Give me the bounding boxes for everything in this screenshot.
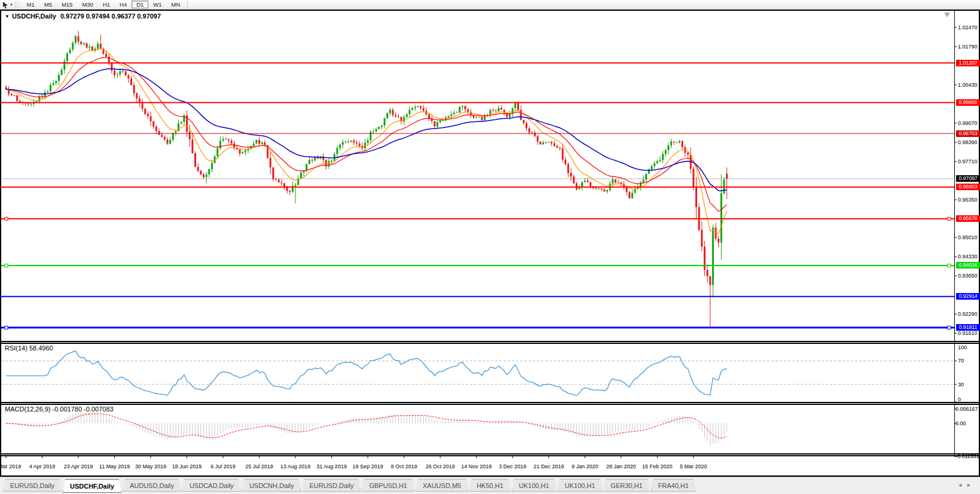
current-price-badge: 0.97097 xyxy=(956,175,980,182)
price-level-badge-0.94016: 0.94016 xyxy=(956,262,980,269)
chart-symbol-label: USDCHF,Daily xyxy=(12,13,56,20)
price-tick: 0.98390 xyxy=(958,139,978,145)
timeframe-button-W1[interactable]: W1 xyxy=(148,1,166,8)
chart-tab-bar: EURUSD,DailyUSDCHF,DailyAUDUSD,DailyUSDC… xyxy=(0,477,980,494)
cursor-arrow-icon xyxy=(2,1,10,9)
price-tick: 1.00430 xyxy=(958,82,978,88)
timeframe-button-MN[interactable]: MN xyxy=(167,1,185,8)
timeframe-button-H1[interactable]: H1 xyxy=(98,1,115,8)
date-label: 13 Aug 2019 xyxy=(276,463,315,469)
price-tick: 0.92290 xyxy=(958,311,978,317)
date-label: 21 Dec 2019 xyxy=(530,463,568,469)
price-tick: 0.93650 xyxy=(958,273,978,279)
hline-handle[interactable] xyxy=(5,217,8,220)
rsi-indicator-label: RSI(14) 58.4960 xyxy=(5,344,53,352)
rsi-tick: 100 xyxy=(958,344,967,350)
date-label: 18 Jun 2019 xyxy=(168,463,206,469)
date-label: 30 May 2019 xyxy=(132,463,170,469)
price-level-badge-0.92914: 0.92914 xyxy=(956,293,980,300)
date-label: 25 Jul 2019 xyxy=(240,463,279,469)
timeframe-button-M1[interactable]: M1 xyxy=(22,1,39,8)
tab-xauusd-m5[interactable]: XAUUSD,M5 xyxy=(416,479,468,492)
hline-handle[interactable] xyxy=(948,217,951,220)
tab-uk100-h1[interactable]: UK100,H1 xyxy=(558,479,603,492)
tab-audusd-daily[interactable]: AUDUSD,Daily xyxy=(123,479,181,492)
timeframe-button-M15[interactable]: M15 xyxy=(57,1,77,8)
price-tick: 0.97710 xyxy=(958,158,978,164)
price-level-badge-0.91811: 0.91811 xyxy=(956,324,980,331)
hline-handle[interactable] xyxy=(948,326,951,329)
tab-usdcnh-daily[interactable]: USDCNH,Daily xyxy=(242,479,301,492)
price-level-badge-1.01207: 1.01207 xyxy=(956,60,980,66)
tab-usdcad-daily[interactable]: USDCAD,Daily xyxy=(182,479,241,492)
tab-uk100-h1[interactable]: UK100,H1 xyxy=(512,479,557,492)
timeframe-button-M5[interactable]: M5 xyxy=(39,1,57,8)
symbol-collapse-icon[interactable]: ▼ xyxy=(5,14,10,19)
date-label: 6 Jul 2019 xyxy=(204,463,242,469)
macd-indicator-label: MACD(12,26,9) -0.001780 -0.007083 xyxy=(5,405,114,413)
tab-gbpusd-h1[interactable]: GBPUSD,H1 xyxy=(362,479,414,492)
tab-usdchf-daily[interactable]: USDCHF,Daily xyxy=(63,479,121,493)
hline-handle[interactable] xyxy=(948,264,951,267)
price-level-badge-0.99800: 0.99800 xyxy=(956,99,980,106)
date-label: 26 Oct 2019 xyxy=(421,463,459,469)
hline-handle[interactable] xyxy=(5,326,8,329)
date-label: 23 Apr 2019 xyxy=(59,463,97,469)
date-label: 15 Feb 2020 xyxy=(638,463,676,469)
tab-eurusd-daily[interactable]: EURUSD,Daily xyxy=(302,479,361,492)
tab-scroll-left-icon[interactable]: ◄ xyxy=(957,482,966,488)
macd-histogram xyxy=(6,412,727,445)
moving-average-line-3 xyxy=(6,69,727,191)
timeframe-button-M30[interactable]: M30 xyxy=(77,1,97,8)
date-label: 31 Aug 2019 xyxy=(313,463,351,469)
tab-fra40-h1[interactable]: FRA40,H1 xyxy=(651,479,696,492)
date-label: 11 May 2019 xyxy=(96,463,134,469)
date-label: 9 Jan 2020 xyxy=(566,463,604,469)
date-label: 14 Nov 2019 xyxy=(457,463,496,469)
price-tick: 0.95010 xyxy=(958,234,978,240)
chart-window: ▼USDCHF,Daily0.97279 0.97494 0.96377 0.9… xyxy=(0,10,980,477)
price-tick: 1.02470 xyxy=(958,25,978,31)
date-label: 16 Mar 2019 xyxy=(0,463,25,469)
chart-canvas[interactable] xyxy=(1,11,979,475)
hline-handle[interactable] xyxy=(5,264,8,267)
moving-average-line-1 xyxy=(6,49,727,234)
date-label: 8 Oct 2019 xyxy=(385,463,423,469)
toolbar-dropdown-icon[interactable]: ▾ xyxy=(10,2,13,7)
price-tick: 0.94330 xyxy=(958,254,978,260)
rsi-tick: 0 xyxy=(958,397,961,402)
macd-tick: 0.00 xyxy=(955,420,966,426)
tab-ger30-h1[interactable]: GER30,H1 xyxy=(603,479,649,492)
tab-scroll-right-icon[interactable]: ► xyxy=(966,482,975,488)
macd-tick: 0.006167 xyxy=(955,406,978,412)
date-label: 19 Sep 2019 xyxy=(349,463,387,469)
cursor-tool-icon[interactable] xyxy=(2,1,10,8)
price-tick: 1.01790 xyxy=(958,44,978,50)
timeframe-button-D1[interactable]: D1 xyxy=(132,1,148,8)
toolbar-separator xyxy=(187,1,188,8)
date-label: 28 Jan 2020 xyxy=(602,463,640,469)
price-level-badge-0.96803: 0.96803 xyxy=(956,184,980,190)
price-level-badge-0.95678: 0.95678 xyxy=(956,215,980,222)
rsi-tick: 30 xyxy=(958,382,964,388)
chart-title: ▼USDCHF,Daily0.97279 0.97494 0.96377 0.9… xyxy=(5,13,161,20)
price-tick: 0.99070 xyxy=(958,120,978,126)
tab-hk50-h1[interactable]: HK50,H1 xyxy=(469,479,511,492)
macd-signal-line xyxy=(6,414,727,438)
candles-group xyxy=(5,31,728,327)
price-tick: 0.96350 xyxy=(958,197,978,203)
moving-average-line-2 xyxy=(6,57,727,212)
timeframe-button-H4[interactable]: H4 xyxy=(115,1,132,8)
rsi-line xyxy=(6,351,727,396)
toolbar-grip[interactable] xyxy=(16,1,19,8)
tab-eurusd-daily[interactable]: EURUSD,Daily xyxy=(3,479,62,492)
chart-ohlc-values: 0.97279 0.97494 0.96377 0.97097 xyxy=(60,13,161,20)
rsi-tick: 70 xyxy=(958,358,964,364)
toolbar: ▾ M1M5M15M30H1H4D1W1MN xyxy=(0,0,980,10)
macd-tick: -0.011531 xyxy=(955,453,979,459)
price-tick: 0.91610 xyxy=(958,330,978,336)
price-level-badge-0.98703: 0.98703 xyxy=(956,130,980,137)
date-label: 4 Apr 2019 xyxy=(23,463,62,469)
date-label: 5 Mar 2020 xyxy=(674,463,713,469)
chart-shift-marker-icon xyxy=(944,13,950,17)
